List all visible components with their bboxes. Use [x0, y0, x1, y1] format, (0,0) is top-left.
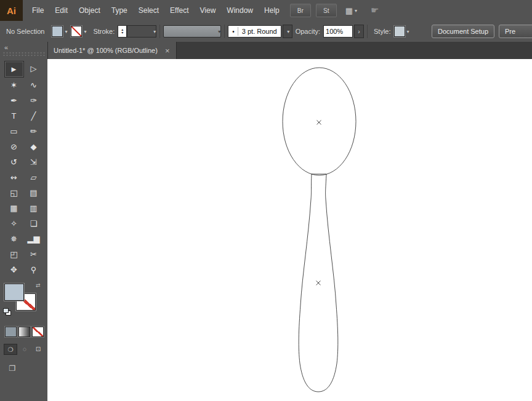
- tools-panel: « ►▷✶∿✒✑T╱▭✏⊘◆↺⇲↭▱◱▤▦▥✧❏✵▂▆◰✂✥⚲ ⇄ ❍ ◌ ⊡ …: [0, 42, 48, 401]
- blob-brush-tool[interactable]: ⊘: [4, 139, 24, 154]
- style-label: Style:: [374, 28, 391, 35]
- draw-normal-button[interactable]: ❍: [4, 344, 17, 355]
- menu-bar: Ai FileEditObjectTypeSelectEffectViewWin…: [0, 0, 532, 22]
- spoon-bowl-outline[interactable]: [283, 68, 356, 175]
- width-profile-dropdown[interactable]: ▾: [163, 25, 221, 38]
- draw-inside-button[interactable]: ⊡: [32, 344, 44, 354]
- stroke-color-dropdown[interactable]: ▾: [71, 26, 86, 37]
- fill-stroke-indicator: ⇄: [0, 282, 47, 318]
- handle-center-mark: [316, 281, 321, 285]
- scale-tool[interactable]: ⇲: [24, 154, 44, 170]
- gradient-button[interactable]: [18, 327, 30, 337]
- rotate-tool[interactable]: ↺: [4, 154, 24, 170]
- chevron-down-icon: ▾: [218, 29, 220, 34]
- color-button[interactable]: [5, 327, 17, 337]
- preferences-button[interactable]: Pre: [499, 25, 532, 38]
- document-canvas[interactable]: [47, 59, 532, 401]
- hand-tool[interactable]: ✥: [4, 262, 24, 277]
- perspective-grid-tool[interactable]: ▤: [24, 185, 44, 200]
- chevron-down-icon: ▾: [153, 29, 156, 34]
- document-tab[interactable]: Untitled-1* @ 100% (RGB/Outline) ×: [47, 42, 177, 59]
- brush-field: • 3 pt. Round: [228, 25, 281, 38]
- line-segment-tool[interactable]: ╱: [24, 108, 44, 124]
- default-fill-stroke-icon[interactable]: [3, 308, 12, 316]
- collapse-panel-icon[interactable]: «: [4, 44, 8, 51]
- type-tool[interactable]: T: [4, 108, 24, 124]
- eyedropper-tool[interactable]: ✧: [4, 216, 24, 231]
- workspace-icon: ▦: [345, 6, 353, 15]
- workspace-switcher[interactable]: ▦ ▾: [345, 6, 357, 15]
- menu-item-window[interactable]: Window: [221, 6, 259, 15]
- hand-icon: ☛: [371, 5, 379, 16]
- column-graph-tool[interactable]: ▂▆: [24, 231, 44, 247]
- rectangle-tool[interactable]: ▭: [4, 124, 24, 139]
- document-tab-title: Untitled-1* @ 100% (RGB/Outline): [54, 47, 158, 54]
- panel-drag-grip[interactable]: [2, 52, 45, 57]
- style-dropdown[interactable]: ▾: [394, 26, 409, 37]
- stroke-weight-dropdown[interactable]: ▾: [127, 25, 156, 38]
- none-button[interactable]: [32, 327, 44, 337]
- spinner-down-icon: ▾: [121, 31, 123, 34]
- opacity-expand-button[interactable]: ›: [354, 25, 364, 38]
- stroke-weight-stepper[interactable]: ▴ ▾: [118, 25, 127, 38]
- fill-color-dropdown[interactable]: ▾: [52, 26, 67, 37]
- slice-tool[interactable]: ✂: [24, 247, 44, 262]
- menu-item-type[interactable]: Type: [106, 6, 133, 15]
- document-setup-button[interactable]: Document Setup: [432, 25, 494, 38]
- direct-selection-tool[interactable]: ▷: [24, 61, 44, 76]
- brush-name: 3 pt. Round: [242, 28, 277, 35]
- menu-item-object[interactable]: Object: [73, 6, 106, 15]
- close-tab-icon[interactable]: ×: [165, 47, 170, 55]
- pencil-tool[interactable]: ✏: [24, 124, 44, 139]
- chevron-down-icon: ▾: [407, 29, 409, 34]
- tools-panel-header: «: [0, 42, 47, 59]
- draw-behind-button[interactable]: ◌: [18, 344, 31, 354]
- selection-status: No Selection: [6, 28, 44, 35]
- divider: [224, 25, 225, 38]
- menubar-menus: FileEditObjectTypeSelectEffectViewWindow…: [26, 6, 285, 15]
- menu-item-select[interactable]: Select: [133, 6, 164, 15]
- swap-fill-stroke-icon[interactable]: ⇄: [36, 282, 41, 288]
- screen-mode-button[interactable]: ❐: [6, 363, 19, 373]
- chevron-down-icon: ▾: [355, 8, 357, 14]
- spoon-artwork[interactable]: [47, 59, 532, 401]
- pen-tool[interactable]: ✒: [4, 93, 24, 108]
- eraser-tool[interactable]: ◆: [24, 139, 44, 154]
- shape-builder-tool[interactable]: ◱: [4, 185, 24, 200]
- menu-item-view[interactable]: View: [195, 6, 222, 15]
- artboard-tool[interactable]: ◰: [4, 247, 24, 262]
- chevron-down-icon: ▾: [287, 29, 289, 34]
- chevron-down-icon: ▾: [65, 29, 67, 34]
- brush-preview-icon: •: [232, 28, 235, 35]
- default-fill-square: [3, 308, 9, 313]
- menu-item-effect[interactable]: Effect: [164, 6, 194, 15]
- zoom-tool[interactable]: ⚲: [24, 262, 44, 277]
- document-tab-bar: Untitled-1* @ 100% (RGB/Outline) ×: [47, 42, 532, 60]
- opacity-label[interactable]: Opacity:: [296, 28, 320, 35]
- width-tool[interactable]: ↭: [4, 170, 24, 185]
- menu-item-edit[interactable]: Edit: [49, 6, 73, 15]
- fill-color-well[interactable]: [4, 284, 24, 301]
- blend-tool[interactable]: ❏: [24, 216, 44, 231]
- opacity-input[interactable]: [323, 25, 353, 38]
- stock-button[interactable]: St: [316, 4, 337, 17]
- brush-chevron-button[interactable]: ▾: [283, 25, 292, 38]
- menu-item-file[interactable]: File: [26, 6, 49, 15]
- style-swatch-icon: [394, 26, 405, 37]
- divider: [238, 27, 238, 36]
- brush-definition-dropdown[interactable]: • 3 pt. Round ▾: [228, 25, 292, 38]
- stroke-label[interactable]: Stroke:: [93, 28, 115, 35]
- mesh-tool[interactable]: ▦: [4, 200, 24, 216]
- bridge-button[interactable]: Br: [290, 4, 311, 17]
- gradient-tool[interactable]: ▥: [24, 200, 44, 216]
- selection-tool[interactable]: ►: [4, 61, 24, 77]
- paintbrush-tool[interactable]: ✑: [24, 93, 44, 108]
- app-logo: Ai: [0, 0, 23, 21]
- stroke-none-swatch-icon: [71, 26, 82, 37]
- free-transform-tool[interactable]: ▱: [24, 170, 44, 185]
- symbol-sprayer-tool[interactable]: ✵: [4, 231, 24, 247]
- menu-item-help[interactable]: Help: [259, 6, 285, 15]
- magic-wand-tool[interactable]: ✶: [4, 77, 24, 93]
- bowl-center-mark: [317, 121, 321, 125]
- lasso-tool[interactable]: ∿: [24, 77, 44, 93]
